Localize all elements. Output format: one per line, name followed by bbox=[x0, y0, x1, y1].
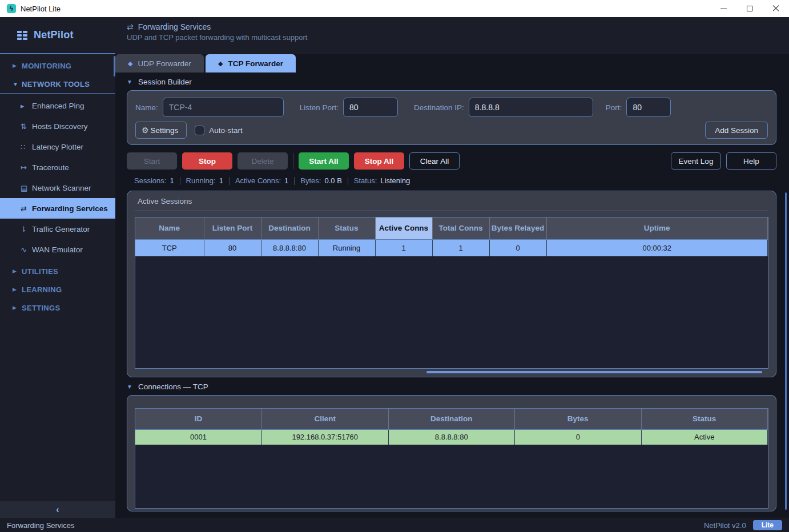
gear-icon: ⚙ bbox=[142, 126, 149, 135]
cell-total-conns: 1 bbox=[432, 239, 489, 256]
maximize-icon bbox=[747, 6, 752, 11]
chevron-right-icon: ▶ bbox=[13, 268, 22, 274]
forward-arrows-icon: ⇄ bbox=[127, 22, 134, 31]
column-header-status[interactable]: Status bbox=[318, 217, 375, 239]
column-header-destination[interactable]: Destination bbox=[388, 409, 515, 429]
maximize-button[interactable] bbox=[736, 0, 763, 17]
destination-port-input[interactable] bbox=[626, 98, 671, 117]
port-label: Port: bbox=[606, 103, 622, 112]
sessions-horizontal-scrollbar[interactable] bbox=[135, 371, 768, 373]
grid-icon bbox=[17, 31, 27, 40]
autostart-checkbox[interactable] bbox=[195, 126, 204, 135]
titlebar: ϟ NetPilot Lite bbox=[0, 0, 789, 17]
session-actions: Start Stop Delete Start All Stop All Cle… bbox=[127, 152, 776, 170]
running-count: 1 bbox=[219, 176, 223, 185]
sidebar-item-network-scanner[interactable]: ▤ Network Scanner bbox=[0, 178, 115, 198]
listen-port-label: Listen Port: bbox=[300, 103, 339, 112]
cell-listen-port: 80 bbox=[204, 239, 261, 256]
page-subtitle: UDP and TCP packet forwarding with multi… bbox=[127, 33, 307, 42]
sidebar-item-traffic-generator[interactable]: ⇂ Traffic Generator bbox=[0, 219, 115, 239]
chevron-down-icon: ▼ bbox=[13, 81, 22, 87]
cell-bytes: 0 bbox=[515, 429, 642, 445]
session-row[interactable]: TCP 80 8.8.8.8:80 Running 1 1 0 00:00:32 bbox=[135, 239, 768, 256]
chevron-right-icon: ▶ bbox=[13, 63, 22, 68]
sidebar-collapse-button[interactable]: ‹ bbox=[0, 501, 115, 518]
add-session-button[interactable]: Add Session bbox=[705, 122, 768, 139]
start-button[interactable]: Start bbox=[127, 152, 177, 170]
hosts-discovery-icon: ⇅ bbox=[21, 122, 32, 131]
listen-port-input[interactable] bbox=[343, 98, 398, 117]
top-header: NetPilot ⇄ Forwarding Services UDP and T… bbox=[0, 17, 789, 54]
cell-uptime: 00:00:32 bbox=[546, 239, 768, 256]
column-header-bytes[interactable]: Bytes bbox=[515, 409, 642, 429]
content-scrollbar[interactable] bbox=[785, 192, 787, 510]
sidebar-item-enhanced-ping[interactable]: ▸ Enhanced Ping bbox=[0, 95, 115, 116]
column-header-listen-port[interactable]: Listen Port bbox=[204, 217, 261, 239]
sidebar-item-hosts-discovery[interactable]: ⇅ Hosts Discovery bbox=[0, 116, 115, 136]
sidebar-item-forwarding-services[interactable]: ⇄ Forwarding Services bbox=[0, 198, 115, 219]
tab-tcp-forwarder[interactable]: ◆ TCP Forwarder bbox=[206, 54, 296, 72]
sidebar-section-utilities[interactable]: ▶ UTILITIES bbox=[0, 262, 115, 280]
logo: NetPilot bbox=[0, 17, 115, 54]
close-icon bbox=[772, 5, 779, 12]
summary-status-line: Sessions:1 Running:1 Active Conns:1 Byte… bbox=[134, 176, 776, 185]
sidebar: ▶ MONITORING ▼ NETWORK TOOLS ▸ Enhanced … bbox=[0, 54, 115, 518]
chevron-left-icon: ‹ bbox=[56, 505, 59, 515]
event-log-button[interactable]: Event Log bbox=[671, 152, 721, 170]
delete-button[interactable]: Delete bbox=[237, 152, 288, 170]
session-builder-header[interactable]: ▼ Session Builder bbox=[127, 78, 776, 86]
divider bbox=[135, 211, 768, 211]
column-header-client[interactable]: Client bbox=[262, 409, 389, 429]
cell-id: 0001 bbox=[135, 429, 262, 445]
session-name-input[interactable] bbox=[163, 98, 284, 117]
sidebar-item-latency-plotter[interactable]: ∷ Latency Plotter bbox=[0, 136, 115, 157]
window-title: NetPilot Lite bbox=[21, 5, 61, 13]
settings-button[interactable]: ⚙ Settings bbox=[135, 122, 187, 139]
forward-arrows-icon: ⇄ bbox=[21, 204, 32, 213]
destination-ip-label: Destination IP: bbox=[414, 103, 464, 112]
name-label: Name: bbox=[135, 103, 158, 112]
listening-status: Listening bbox=[380, 176, 410, 185]
help-button[interactable]: Help bbox=[726, 152, 776, 170]
sidebar-item-traceroute[interactable]: ↦ Traceroute bbox=[0, 157, 115, 178]
sidebar-section-settings[interactable]: ▶ SETTINGS bbox=[0, 299, 115, 317]
sessions-header-row: Name Listen Port Destination Status Acti… bbox=[135, 217, 768, 239]
scrollbar-thumb[interactable] bbox=[426, 371, 762, 373]
minimize-icon bbox=[720, 9, 727, 9]
column-header-name[interactable]: Name bbox=[135, 217, 204, 239]
edition-badge: Lite bbox=[753, 520, 782, 530]
start-all-button[interactable]: Start All bbox=[299, 152, 349, 170]
minimize-button[interactable] bbox=[710, 0, 736, 17]
column-header-total-conns[interactable]: Total Conns bbox=[432, 217, 489, 239]
connections-header[interactable]: ▼ Connections — TCP bbox=[127, 382, 776, 391]
column-header-bytes-relayed[interactable]: Bytes Relayed bbox=[489, 217, 546, 239]
cell-destination: 8.8.8.8:80 bbox=[261, 239, 318, 256]
column-header-destination[interactable]: Destination bbox=[261, 217, 318, 239]
app-icon: ϟ bbox=[7, 4, 16, 13]
connections-table-viewport: ID Client Destination Bytes Status 0001 … bbox=[135, 408, 768, 509]
stop-all-button[interactable]: Stop All bbox=[354, 152, 404, 170]
connection-row[interactable]: 0001 192.168.0.37:51760 8.8.8.8:80 0 Act… bbox=[135, 429, 768, 445]
column-header-status[interactable]: Status bbox=[641, 409, 768, 429]
wan-emulator-icon: ∿ bbox=[21, 245, 32, 254]
sidebar-section-monitoring[interactable]: ▶ MONITORING bbox=[0, 57, 115, 75]
close-button[interactable] bbox=[763, 0, 789, 17]
session-builder-panel: Name: Listen Port: Destination IP: Port:… bbox=[127, 90, 776, 145]
sessions-table-viewport: Name Listen Port Destination Status Acti… bbox=[135, 217, 768, 369]
app-version: NetPilot v2.0 bbox=[704, 521, 746, 530]
traceroute-icon: ↦ bbox=[21, 163, 32, 172]
connections-table: ID Client Destination Bytes Status 0001 … bbox=[135, 409, 768, 445]
column-header-active-conns[interactable]: Active Conns bbox=[375, 217, 432, 239]
stop-button[interactable]: Stop bbox=[182, 152, 232, 170]
sidebar-section-network-tools[interactable]: ▼ NETWORK TOOLS bbox=[0, 75, 115, 93]
sidebar-item-wan-emulator[interactable]: ∿ WAN Emulator bbox=[0, 239, 115, 260]
destination-ip-input[interactable] bbox=[469, 98, 593, 117]
cell-bytes-relayed: 0 bbox=[489, 239, 546, 256]
column-header-id[interactable]: ID bbox=[135, 409, 262, 429]
clear-all-button[interactable]: Clear All bbox=[409, 152, 460, 170]
logo-text: NetPilot bbox=[34, 29, 74, 41]
column-header-uptime[interactable]: Uptime bbox=[546, 217, 768, 239]
sidebar-section-learning[interactable]: ▶ LEARNING bbox=[0, 280, 115, 299]
chevron-right-icon: ▶ bbox=[13, 287, 22, 292]
tab-udp-forwarder[interactable]: ◆ UDP Forwarder bbox=[115, 54, 204, 72]
